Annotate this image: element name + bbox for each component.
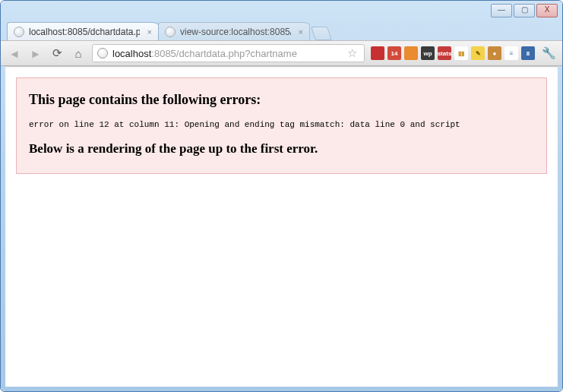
close-icon[interactable]: × xyxy=(147,27,152,36)
ext-wait-icon[interactable]: wp xyxy=(421,46,435,60)
globe-icon xyxy=(165,27,176,37)
tab-active[interactable]: localhost:8085/dchartdata.p × xyxy=(7,22,159,40)
url-port: :8085 xyxy=(151,48,176,59)
ext-cal-14-icon[interactable]: 14 xyxy=(387,46,401,60)
tab-inactive[interactable]: view-source:localhost:8085/ × xyxy=(158,22,310,40)
bookmark-star-icon[interactable]: ☆ xyxy=(344,46,359,60)
url-path: /dchartdata.php?chartname xyxy=(176,48,297,59)
home-button[interactable]: ⌂ xyxy=(71,47,86,60)
globe-icon xyxy=(14,27,24,37)
ext-orange-icon[interactable] xyxy=(404,46,418,60)
page-content: This page contains the following errors:… xyxy=(5,66,558,387)
toolbar: ◄ ► ⟳ ⌂ localhost:8085/dchartdata.php?ch… xyxy=(1,40,562,66)
wrench-menu-icon[interactable]: 🔧 xyxy=(541,46,556,60)
ext-cookie-icon[interactable]: ● xyxy=(488,46,501,60)
reload-button[interactable]: ⟳ xyxy=(49,46,65,60)
window-minimize-button[interactable]: — xyxy=(491,4,512,17)
address-bar[interactable]: localhost:8085/dchartdata.php?chartname … xyxy=(92,44,365,62)
browser-window: — ▢ X localhost:8085/dchartdata.p × view… xyxy=(1,1,562,391)
ext-stats-icon[interactable]: stats xyxy=(438,46,451,60)
ext-red-1-icon[interactable] xyxy=(371,46,384,60)
ext-blue-8-icon[interactable]: 8 xyxy=(521,46,535,60)
new-tab-button[interactable] xyxy=(311,27,332,40)
xml-error-box: This page contains the following errors:… xyxy=(16,77,547,174)
tab-strip: localhost:8085/dchartdata.p × view-sourc… xyxy=(1,19,562,40)
ext-bars-icon[interactable]: ▮▮ xyxy=(454,46,468,60)
tab-title: localhost:8085/dchartdata.p xyxy=(29,27,140,37)
error-heading: This page contains the following errors: xyxy=(29,92,534,108)
extension-icons: 14wpstats▮▮✎●≡8 xyxy=(371,46,535,60)
globe-icon xyxy=(97,48,108,58)
error-subheading: Below is a rendering of the page up to t… xyxy=(29,141,534,156)
ext-yellow-icon[interactable]: ✎ xyxy=(471,46,485,60)
error-detail-text: error on line 12 at column 11: Opening a… xyxy=(29,120,534,129)
close-icon[interactable]: × xyxy=(299,27,303,36)
url-text: localhost:8085/dchartdata.php?chartname xyxy=(112,48,297,59)
window-titlebar: — ▢ X xyxy=(1,1,562,19)
window-maximize-button[interactable]: ▢ xyxy=(514,4,535,17)
url-host: localhost xyxy=(112,48,151,59)
back-button[interactable]: ◄ xyxy=(7,47,22,60)
window-close-button[interactable]: X xyxy=(536,4,558,17)
forward-button[interactable]: ► xyxy=(28,47,43,60)
tab-title: view-source:localhost:8085/ xyxy=(180,27,291,37)
ext-abacus-icon[interactable]: ≡ xyxy=(504,46,518,60)
